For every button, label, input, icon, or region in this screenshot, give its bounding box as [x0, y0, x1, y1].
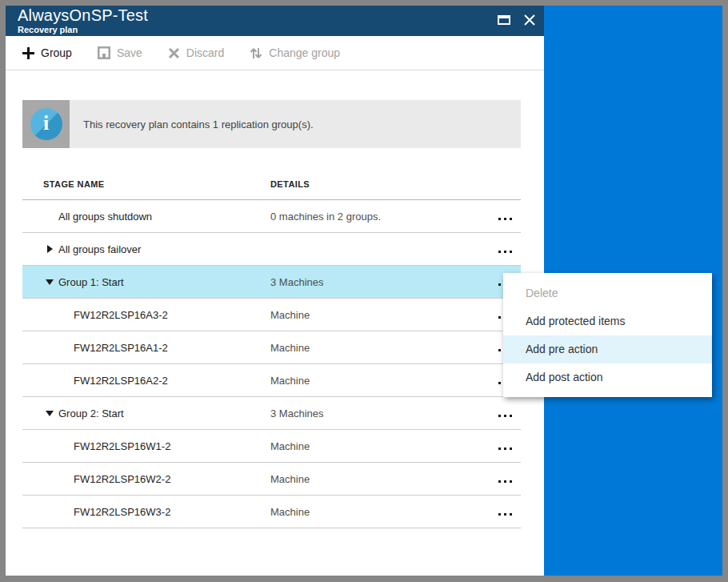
group-button-label: Group [41, 46, 72, 59]
column-header-stage-name: STAGE NAME [43, 179, 105, 189]
table-row[interactable]: FW12R2LSP16W2-2 Machine [22, 463, 521, 496]
row-actions-ellipsis-icon[interactable] [498, 448, 512, 450]
change-group-button[interactable]: Change group [250, 46, 340, 60]
machine-name: FW12R2LSP16A2-2 [74, 375, 168, 387]
maximize-icon[interactable] [498, 15, 510, 25]
menu-item-add-post-action[interactable]: Add post action [503, 363, 712, 391]
recovery-plan-blade: AlwaysOnSP-Test Recovery plan Group [6, 6, 544, 576]
table-row[interactable]: FW12R2LSP16A2-2 Machine [22, 364, 521, 397]
chevron-right-icon[interactable] [47, 245, 53, 253]
machine-name: FW12R2LSP16W3-2 [74, 506, 170, 518]
machine-name: FW12R2LSP16A3-2 [74, 309, 168, 321]
stage-name: Group 1: Start [58, 276, 124, 288]
stage-name: Group 2: Start [58, 407, 124, 419]
menu-item-add-pre-action[interactable]: Add pre action [503, 335, 712, 363]
plus-icon [22, 47, 34, 59]
blade-subtitle: Recovery plan [18, 25, 78, 34]
command-bar: Group Save Discard [6, 36, 544, 70]
save-button-label: Save [117, 46, 142, 59]
save-icon [98, 46, 110, 59]
discard-button-label: Discard [186, 46, 224, 59]
info-banner-text: This recovery plan contains 1 replicatio… [70, 100, 521, 148]
info-banner-icon-box: i [22, 100, 70, 148]
info-banner: i This recovery plan contains 1 replicat… [22, 100, 521, 148]
row-actions-ellipsis-icon[interactable] [498, 513, 512, 516]
table-row[interactable]: All groups shutdown 0 machines in 2 grou… [22, 200, 521, 233]
stage-name: All groups shutdown [58, 211, 152, 223]
machine-details: Machine [270, 440, 310, 452]
machine-details: Machine [270, 342, 310, 354]
save-button[interactable]: Save [98, 46, 142, 59]
discard-x-icon [168, 47, 180, 59]
table-row[interactable]: FW12R2LSP16A3-2 Machine [22, 299, 521, 331]
stage-details: 3 Machines [270, 407, 323, 419]
close-icon[interactable] [523, 14, 536, 26]
change-group-button-label: Change group [269, 46, 340, 59]
group-button[interactable]: Group [22, 46, 72, 59]
blade-window-controls [498, 14, 536, 26]
machine-details: Machine [270, 375, 310, 387]
table-row[interactable]: All groups failover [22, 233, 521, 266]
table-row[interactable]: FW12R2LSP16W3-2 Machine [22, 496, 521, 528]
stages-table: STAGE NAME DETAILS All groups shutdown 0… [22, 148, 521, 528]
machine-details: Machine [270, 473, 310, 485]
row-actions-ellipsis-icon[interactable] [498, 415, 512, 417]
table-row[interactable]: FW12R2LSP16A1-2 Machine [22, 331, 521, 364]
row-actions-ellipsis-icon[interactable] [498, 480, 512, 483]
chevron-down-icon[interactable] [46, 411, 54, 416]
machine-name: FW12R2LSP16W2-2 [74, 473, 170, 485]
change-group-arrows-icon [250, 46, 262, 60]
chevron-down-icon[interactable] [46, 279, 54, 285]
stage-details: 0 machines in 2 groups. [270, 211, 381, 223]
machine-name: FW12R2LSP16A1-2 [74, 342, 168, 354]
blade-title: AlwaysOnSP-Test [18, 6, 148, 25]
discard-button[interactable]: Discard [168, 46, 224, 59]
table-header: STAGE NAME DETAILS [22, 148, 521, 200]
window-frame: AlwaysOnSP-Test Recovery plan Group [0, 0, 728, 582]
machine-details: Machine [270, 309, 310, 321]
row-context-menu: Delete Add protected items Add pre actio… [503, 273, 712, 397]
stage-name: All groups failover [58, 243, 141, 255]
info-icon: i [30, 108, 62, 140]
row-actions-ellipsis-icon[interactable] [498, 251, 512, 253]
row-actions-ellipsis-icon[interactable] [498, 218, 512, 220]
table-row[interactable]: Group 2: Start 3 Machines [22, 397, 521, 430]
table-row-selected[interactable]: Group 1: Start 3 Machines [22, 266, 521, 299]
machine-name: FW12R2LSP16W1-2 [74, 440, 170, 452]
menu-item-add-protected-items[interactable]: Add protected items [503, 307, 712, 335]
machine-details: Machine [270, 506, 310, 518]
portal-stage: AlwaysOnSP-Test Recovery plan Group [6, 6, 722, 576]
menu-item-delete[interactable]: Delete [503, 279, 712, 307]
column-header-details: DETAILS [270, 179, 310, 189]
blade-header: AlwaysOnSP-Test Recovery plan [6, 6, 544, 36]
stage-details: 3 Machines [270, 276, 323, 288]
table-row[interactable]: FW12R2LSP16W1-2 Machine [22, 430, 521, 463]
